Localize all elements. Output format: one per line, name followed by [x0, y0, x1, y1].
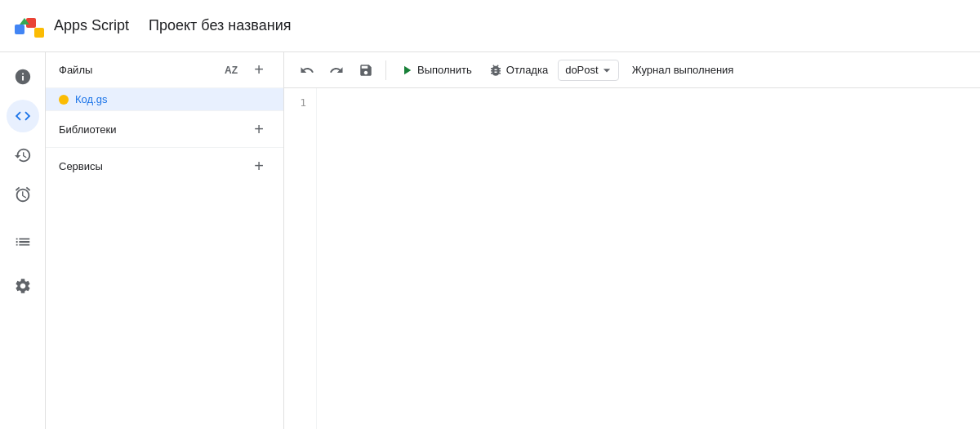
- chevron-down-icon: [599, 62, 615, 78]
- services-label: Сервисы: [59, 160, 103, 172]
- svg-rect-0: [15, 25, 24, 34]
- execution-log-label: Журнал выполнения: [632, 64, 734, 76]
- app-header: Apps Script Проект без названия: [0, 0, 980, 52]
- history-icon: [14, 146, 32, 164]
- executions-icon: [14, 233, 32, 251]
- editor-toolbar: Выполнить Отладка doPost Журнал выполнен…: [284, 52, 980, 88]
- function-name: doPost: [565, 64, 598, 76]
- line-numbers: 1: [284, 88, 317, 429]
- sort-az-button[interactable]: AZ: [221, 63, 241, 78]
- code-icon: [14, 107, 32, 125]
- project-title[interactable]: Проект без названия: [149, 17, 291, 34]
- execution-log-button[interactable]: Журнал выполнения: [626, 60, 741, 79]
- debug-icon: [488, 63, 503, 78]
- libraries-label: Библиотеки: [59, 123, 116, 136]
- file-item-kod[interactable]: Код.gs: [46, 88, 283, 110]
- sidebar-settings-btn[interactable]: [7, 270, 39, 302]
- editor-area: Выполнить Отладка doPost Журнал выполнен…: [284, 52, 980, 429]
- function-selector[interactable]: doPost: [558, 60, 618, 81]
- debug-label: Отладка: [506, 64, 548, 76]
- logo-area: Apps Script: [13, 10, 129, 42]
- sidebar-trigger-btn[interactable]: [7, 178, 39, 211]
- add-file-button[interactable]: +: [247, 59, 270, 82]
- line-number-1: 1: [284, 95, 306, 111]
- run-label: Выполнить: [417, 64, 472, 76]
- file-name: Код.gs: [75, 93, 107, 105]
- add-service-button[interactable]: +: [247, 154, 270, 177]
- undo-icon: [300, 63, 314, 78]
- sidebar-editor-btn[interactable]: [7, 100, 39, 132]
- libraries-section: Библиотеки +: [46, 110, 283, 147]
- redo-icon: [329, 63, 344, 78]
- files-label: Файлы: [59, 64, 92, 76]
- files-section-header: Файлы AZ +: [46, 52, 283, 88]
- files-header-actions: AZ +: [221, 59, 270, 82]
- debug-button[interactable]: Отладка: [482, 60, 555, 81]
- sidebar-history-btn[interactable]: [7, 139, 39, 172]
- redo-button[interactable]: [323, 57, 350, 83]
- save-icon: [359, 63, 373, 78]
- editor-content: 1: [284, 88, 980, 429]
- add-library-button[interactable]: +: [247, 118, 270, 141]
- svg-rect-2: [34, 28, 44, 38]
- play-icon: [399, 63, 414, 78]
- alarm-icon: [14, 185, 32, 203]
- main-layout: Файлы AZ + Код.gs Библиотеки + Сервисы +: [0, 52, 980, 429]
- app-title: Apps Script: [54, 17, 129, 34]
- sidebar-info-btn[interactable]: [7, 60, 39, 93]
- sidebar-executions-btn[interactable]: [7, 226, 39, 258]
- code-editor[interactable]: [317, 88, 980, 429]
- icon-sidebar: [0, 52, 46, 429]
- run-button[interactable]: Выполнить: [393, 60, 479, 81]
- file-dot-icon: [59, 95, 69, 105]
- toolbar-divider-1: [385, 60, 386, 80]
- settings-icon: [14, 277, 32, 295]
- info-icon: [14, 68, 32, 86]
- file-panel: Файлы AZ + Код.gs Библиотеки + Сервисы +: [46, 52, 284, 429]
- apps-script-logo: [13, 10, 46, 42]
- undo-button[interactable]: [294, 57, 320, 83]
- services-section: Сервисы +: [46, 147, 283, 184]
- save-button[interactable]: [353, 57, 379, 83]
